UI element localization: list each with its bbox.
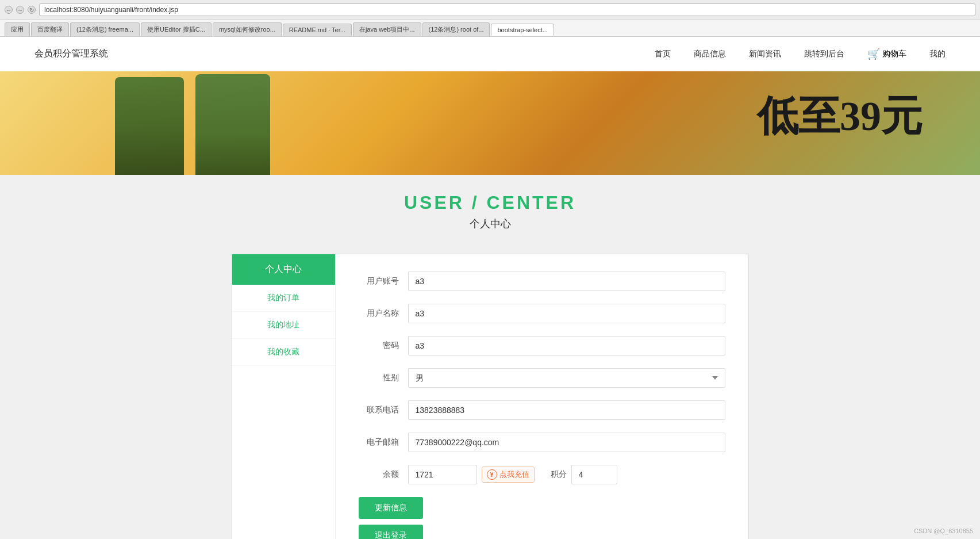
cart-icon: 🛒	[867, 48, 880, 60]
back-button[interactable]: ←	[5, 6, 13, 14]
browser-tabs: 应用 百度翻译 (12条消息) freema... 使用UEditor 搜插C.…	[0, 20, 980, 36]
phone-row: 联系电话	[359, 400, 725, 420]
email-label: 电子邮箱	[359, 437, 399, 448]
password-row: 密码	[359, 336, 725, 355]
sidebar-item-favorites[interactable]: 我的收藏	[232, 339, 335, 366]
nav-backend[interactable]: 跳转到后台	[804, 49, 844, 59]
tab-4[interactable]: mysql如何修改roo...	[213, 22, 282, 36]
email-row: 电子邮箱	[359, 433, 725, 452]
form-area: 用户账号 用户名称 密码 性别 男	[336, 254, 748, 539]
url-bar[interactable]: localhost:8080/huiyuanguanli/front/index…	[39, 3, 975, 16]
site-logo: 会员积分管理系统	[34, 48, 108, 60]
header: 会员积分管理系统 首页 商品信息 新闻资讯 跳转到后台 🛒 购物车 我的	[0, 37, 980, 71]
account-input[interactable]	[408, 272, 725, 291]
recharge-button[interactable]: ¥ 点我充值	[482, 467, 535, 483]
phone-input[interactable]	[408, 400, 725, 420]
points-input[interactable]	[571, 465, 617, 484]
username-input[interactable]	[408, 304, 725, 323]
content-wrapper: 个人中心 我的订单 我的地址 我的收藏 用户账号 用户名称	[232, 254, 749, 539]
page-title-section: USER / CENTER 个人中心	[0, 175, 980, 242]
balance-input[interactable]	[408, 465, 477, 484]
email-input[interactable]	[408, 433, 725, 452]
account-row: 用户账号	[359, 272, 725, 291]
gender-label: 性别	[359, 373, 399, 383]
logout-button[interactable]: 退出登录	[359, 525, 423, 539]
tab-2[interactable]: (12条消息) freema...	[70, 22, 140, 36]
tab-0[interactable]: 应用	[5, 22, 30, 36]
balance-row: 余额 ¥ 点我充值 积分	[359, 465, 725, 484]
tab-5[interactable]: README.md · Ter...	[283, 24, 352, 36]
nav-products[interactable]: 商品信息	[694, 49, 726, 59]
password-input[interactable]	[408, 336, 725, 355]
username-label: 用户名称	[359, 308, 399, 319]
cart-label: 购物车	[882, 49, 906, 59]
sidebar-item-orders[interactable]: 我的订单	[232, 285, 335, 312]
sidebar: 个人中心 我的订单 我的地址 我的收藏	[232, 254, 336, 539]
account-label: 用户账号	[359, 276, 399, 286]
nav-cart[interactable]: 🛒 购物车	[867, 48, 906, 60]
tab-3[interactable]: 使用UEditor 搜插C...	[141, 22, 212, 36]
tab-6[interactable]: 在java web项目中...	[353, 22, 421, 36]
app: 会员积分管理系统 首页 商品信息 新闻资讯 跳转到后台 🛒 购物车 我的 低至3…	[0, 37, 980, 539]
sidebar-active-item[interactable]: 个人中心	[232, 254, 335, 285]
username-row: 用户名称	[359, 304, 725, 323]
password-label: 密码	[359, 341, 399, 351]
page-title-en: USER / CENTER	[0, 192, 980, 213]
browser-chrome: ← → ↻ localhost:8080/huiyuanguanli/front…	[0, 0, 980, 37]
page-title-zh: 个人中心	[0, 217, 980, 231]
banner-figure-right	[195, 74, 270, 175]
update-button[interactable]: 更新信息	[359, 497, 423, 519]
nav-home[interactable]: 首页	[655, 49, 671, 59]
banner-figure-left	[115, 77, 184, 175]
balance-label: 余额	[359, 469, 399, 480]
reload-button[interactable]: ↻	[28, 6, 36, 14]
tab-8[interactable]: bootstrap-select...	[491, 24, 554, 36]
tab-7[interactable]: (12条消息) root of...	[422, 22, 490, 36]
banner-price-text: 低至39元	[757, 89, 923, 144]
banner: 低至39元	[0, 71, 980, 175]
button-row: 更新信息 退出登录	[359, 497, 725, 539]
balance-group: ¥ 点我充值 积分	[408, 465, 617, 484]
gender-row: 性别 男 女	[359, 368, 725, 388]
forward-button[interactable]: →	[16, 6, 24, 14]
nav-news[interactable]: 新闻资讯	[749, 49, 781, 59]
header-nav: 首页 商品信息 新闻资讯 跳转到后台 🛒 购物车 我的	[655, 48, 946, 60]
sidebar-item-address[interactable]: 我的地址	[232, 312, 335, 339]
gender-select[interactable]: 男 女	[408, 368, 725, 388]
nav-profile[interactable]: 我的	[929, 49, 946, 59]
yuan-icon: ¥	[487, 469, 497, 480]
points-label: 积分	[551, 469, 567, 480]
main-content: 个人中心 我的订单 我的地址 我的收藏 用户账号 用户名称	[0, 242, 980, 539]
tab-1[interactable]: 百度翻译	[31, 22, 69, 36]
browser-toolbar: ← → ↻ localhost:8080/huiyuanguanli/front…	[0, 0, 980, 20]
watermark: CSDN @Q_6310855	[914, 527, 973, 534]
phone-label: 联系电话	[359, 405, 399, 415]
recharge-label: 点我充值	[499, 469, 529, 480]
